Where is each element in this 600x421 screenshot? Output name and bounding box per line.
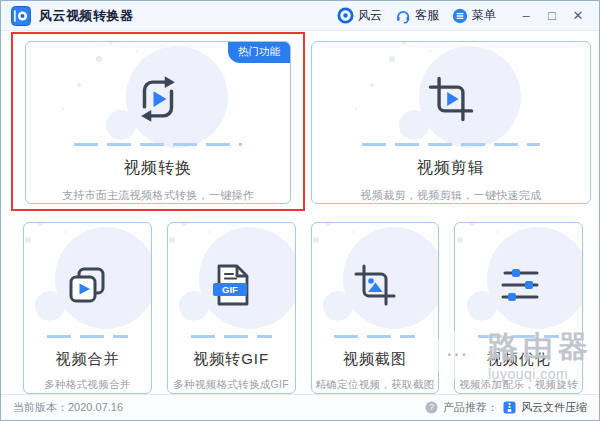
icon-zone bbox=[26, 56, 290, 141]
dash-divider bbox=[191, 335, 272, 338]
card-video-merge[interactable]: 视频合并 多种格式视频合并 bbox=[23, 222, 152, 394]
card-subtitle: 视频添加配乐，视频旋转 bbox=[459, 378, 578, 392]
main-area: 热门功能 视频转换 支持市面主流视频格式转换，一键操作 bbox=[1, 31, 599, 394]
dash-divider bbox=[47, 335, 128, 338]
crop-image-icon bbox=[351, 261, 399, 309]
menu-button[interactable]: 菜单 bbox=[452, 7, 496, 24]
statusbar-right: ? 产品推荐： 风云文件压缩 bbox=[425, 400, 587, 415]
promo-label: 产品推荐： bbox=[443, 400, 498, 415]
icon-zone bbox=[455, 237, 582, 333]
crop-play-icon bbox=[425, 73, 477, 125]
card-video-edit[interactable]: 视频剪辑 视频裁剪，视频剪辑，一键快速完成 bbox=[311, 41, 591, 204]
card-subtitle: 多种视频格式转换成GIF bbox=[173, 378, 289, 392]
gif-document-icon: GIF bbox=[207, 261, 255, 309]
window-controls: – □ ✕ bbox=[515, 5, 589, 27]
app-title: 风云视频转换器 bbox=[39, 7, 134, 25]
dash-divider bbox=[362, 143, 540, 146]
loop-arrows-play-icon bbox=[131, 72, 185, 126]
card-subtitle: 支持市面主流视频格式转换，一键操作 bbox=[62, 188, 254, 203]
card-title: 视频剪辑 bbox=[417, 158, 485, 179]
card-title: 视频截图 bbox=[343, 350, 407, 369]
support-button[interactable]: 客服 bbox=[395, 7, 439, 24]
version-label: 当前版本：2020.07.16 bbox=[13, 400, 123, 415]
titlebar: 风云视频转换器 风云 客服 bbox=[1, 1, 599, 31]
dash-divider bbox=[478, 335, 559, 338]
card-title: 视频合并 bbox=[55, 350, 119, 369]
sliders-icon bbox=[495, 261, 543, 309]
headset-icon bbox=[395, 8, 411, 24]
svg-text:?: ? bbox=[429, 402, 434, 412]
target-circle-icon bbox=[337, 7, 354, 24]
app-window: 风云视频转换器 风云 客服 bbox=[0, 0, 600, 421]
card-subtitle: 精确定位视频，获取截图 bbox=[315, 378, 434, 392]
card-subtitle: 视频裁剪，视频剪辑，一键快速完成 bbox=[361, 188, 542, 203]
dash-divider bbox=[334, 335, 415, 338]
card-video-to-gif[interactable]: GIF 视频转GIF 多种视频格式转换成GIF bbox=[167, 222, 296, 394]
promo-product-link[interactable]: 风云文件压缩 bbox=[521, 400, 587, 415]
icon-zone: GIF bbox=[168, 237, 295, 333]
card-subtitle: 多种格式视频合并 bbox=[44, 378, 130, 392]
card-video-screenshot[interactable]: 视频截图 精确定位视频，获取截图 bbox=[311, 222, 440, 394]
top-card-row: 热门功能 视频转换 支持市面主流视频格式转换，一键操作 bbox=[25, 41, 591, 204]
app-logo-icon bbox=[11, 6, 31, 26]
titlebar-right: 风云 客服 菜单 – bbox=[337, 5, 589, 27]
icon-zone bbox=[24, 237, 151, 333]
card-title: 视频转GIF bbox=[193, 350, 269, 369]
card-video-optimize[interactable]: 视频优化 视频添加配乐，视频旋转 bbox=[454, 222, 583, 394]
hot-feature-badge: 热门功能 bbox=[228, 42, 290, 63]
dash-divider bbox=[74, 143, 243, 146]
card-video-convert[interactable]: 热门功能 视频转换 支持市面主流视频格式转换，一键操作 bbox=[25, 41, 291, 204]
icon-zone bbox=[312, 56, 590, 141]
icon-zone bbox=[312, 237, 439, 333]
card-title: 视频优化 bbox=[487, 350, 551, 369]
support-label: 客服 bbox=[415, 7, 439, 24]
statusbar: 当前版本：2020.07.16 ? 产品推荐： 风云文件压缩 bbox=[1, 394, 599, 420]
brand-label: 风云 bbox=[358, 7, 382, 24]
maximize-button[interactable]: □ bbox=[541, 5, 563, 27]
minimize-button[interactable]: – bbox=[515, 5, 537, 27]
question-circle-icon: ? bbox=[425, 401, 438, 414]
brand-button[interactable]: 风云 bbox=[337, 7, 382, 24]
titlebar-left: 风云视频转换器 bbox=[11, 6, 134, 26]
menu-label: 菜单 bbox=[472, 7, 496, 24]
stacked-videos-icon bbox=[63, 261, 111, 309]
gif-icon-label: GIF bbox=[222, 284, 238, 295]
compress-file-icon bbox=[503, 401, 516, 414]
close-button[interactable]: ✕ bbox=[567, 5, 589, 27]
card-title: 视频转换 bbox=[124, 158, 192, 179]
bottom-card-row: 视频合并 多种格式视频合并 GIF 视频转GIF 多种视频格 bbox=[23, 222, 583, 394]
circle-hamburger-icon bbox=[452, 8, 468, 24]
